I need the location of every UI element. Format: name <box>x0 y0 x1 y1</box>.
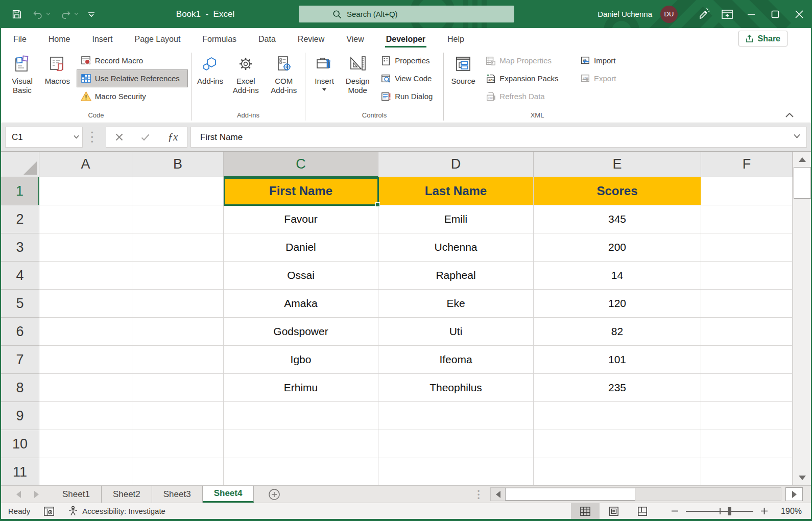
cell-b1[interactable] <box>132 177 224 205</box>
column-header-b[interactable]: B <box>132 152 224 177</box>
column-header-c[interactable]: C <box>224 152 378 177</box>
row-header-11[interactable]: 11 <box>1 458 39 485</box>
cell-c10[interactable] <box>224 430 378 458</box>
formula-input[interactable]: First Name <box>190 127 807 148</box>
redo-button[interactable] <box>60 9 79 20</box>
cell-d6[interactable]: Uti <box>378 318 534 346</box>
column-header-d[interactable]: D <box>378 152 534 177</box>
row-header-8[interactable]: 8 <box>1 374 39 402</box>
cell-f7[interactable] <box>701 346 793 374</box>
page-layout-view-button[interactable] <box>600 503 628 519</box>
cell-d5[interactable]: Eke <box>378 290 534 318</box>
customize-quick-access-toolbar-button[interactable] <box>88 11 95 17</box>
macro-recording-button[interactable] <box>43 506 55 516</box>
zoom-slider[interactable] <box>686 511 753 512</box>
cell-a9[interactable] <box>39 402 132 430</box>
column-header-a[interactable]: A <box>39 152 132 177</box>
cell-b11[interactable] <box>132 458 224 485</box>
cell-c11[interactable] <box>224 458 378 485</box>
enter-entry-icon[interactable] <box>141 134 150 141</box>
sheet-tab-sheet4[interactable]: Sheet4 <box>203 486 254 503</box>
addins-button[interactable]: Add-ins <box>195 52 225 87</box>
cell-f3[interactable] <box>701 233 793 262</box>
horizontal-scrollbar[interactable] <box>490 487 781 501</box>
inking-pen-icon[interactable] <box>692 0 715 28</box>
normal-view-button[interactable] <box>571 503 600 519</box>
scroll-right-arrow[interactable] <box>785 487 803 501</box>
cell-d2[interactable]: Emili <box>378 205 534 233</box>
cell-f4[interactable] <box>701 262 793 290</box>
cell-b8[interactable] <box>132 374 224 402</box>
tab-formulas[interactable]: Formulas <box>201 30 237 48</box>
user-avatar[interactable]: DU <box>660 6 678 23</box>
page-break-preview-button[interactable] <box>628 503 657 519</box>
cell-d8[interactable]: Theophilus <box>378 374 534 402</box>
cell-a4[interactable] <box>39 262 132 290</box>
next-sheet-arrow[interactable] <box>34 491 39 498</box>
cell-c3[interactable]: Daniel <box>224 233 378 262</box>
properties-button[interactable]: Properties <box>377 52 440 69</box>
row-header-4[interactable]: 4 <box>1 262 39 290</box>
user-name[interactable]: Daniel Uchenna <box>598 10 652 18</box>
cell-f11[interactable] <box>701 458 793 485</box>
run-dialog-button[interactable]: Run Dialog <box>377 87 440 105</box>
vertical-scrollbar[interactable] <box>793 152 811 485</box>
name-box-dropdown-arrow[interactable] <box>74 135 79 139</box>
map-properties-button[interactable]: Map Properties <box>482 52 574 69</box>
cell-b9[interactable] <box>132 402 224 430</box>
cell-a1[interactable] <box>39 177 132 205</box>
scroll-down-arrow[interactable] <box>793 470 811 485</box>
source-button[interactable]: Source <box>447 52 479 87</box>
cell-d7[interactable]: Ifeoma <box>378 346 534 374</box>
cell-d3[interactable]: Uchenna <box>378 233 534 262</box>
cell-c2[interactable]: Favour <box>224 205 378 233</box>
sheet-tab-sheet3[interactable]: Sheet3 <box>152 486 203 503</box>
undo-button[interactable] <box>32 9 51 20</box>
cell-e7[interactable]: 101 <box>534 346 701 374</box>
cell-a3[interactable] <box>39 233 132 262</box>
cell-e4[interactable]: 14 <box>534 262 701 290</box>
cell-e6[interactable]: 82 <box>534 318 701 346</box>
expansion-packs-button[interactable]: <o> Expansion Packs <box>482 69 574 87</box>
cell-e2[interactable]: 345 <box>534 205 701 233</box>
cell-a11[interactable] <box>39 458 132 485</box>
tab-view[interactable]: View <box>345 30 365 48</box>
cell-f2[interactable] <box>701 205 793 233</box>
formula-bar-resize-handle[interactable]: ••• <box>91 130 93 144</box>
horizontal-scrollbar-thumb[interactable] <box>505 488 635 501</box>
cell-e9[interactable] <box>534 402 701 430</box>
previous-sheet-arrow[interactable] <box>16 491 21 498</box>
row-header-3[interactable]: 3 <box>1 233 39 262</box>
row-header-6[interactable]: 6 <box>1 318 39 346</box>
cell-c8[interactable]: Erhimu <box>224 374 378 402</box>
cell-c1-active[interactable]: First Name <box>224 177 378 205</box>
cell-c9[interactable] <box>224 402 378 430</box>
insert-function-icon[interactable]: ƒx <box>168 131 178 144</box>
tab-review[interactable]: Review <box>297 30 325 48</box>
zoom-level[interactable]: 190% <box>775 507 802 516</box>
use-relative-references-button[interactable]: Use Relative References <box>77 69 188 87</box>
cell-f1[interactable] <box>701 177 793 205</box>
scroll-up-arrow[interactable] <box>793 152 811 167</box>
cell-d1[interactable]: Last Name <box>378 177 534 205</box>
tab-data[interactable]: Data <box>257 30 277 48</box>
cell-c7[interactable]: Igbo <box>224 346 378 374</box>
vertical-scrollbar-thumb[interactable] <box>794 167 811 199</box>
tab-home[interactable]: Home <box>47 30 71 48</box>
row-header-9[interactable]: 9 <box>1 402 39 430</box>
zoom-out-button[interactable] <box>671 507 679 515</box>
maximize-button[interactable] <box>763 0 787 28</box>
expand-formula-bar-arrow[interactable] <box>794 134 800 138</box>
collapse-ribbon-button[interactable] <box>785 112 794 117</box>
cell-a7[interactable] <box>39 346 132 374</box>
cell-b6[interactable] <box>132 318 224 346</box>
column-header-e[interactable]: E <box>534 152 701 177</box>
cell-b5[interactable] <box>132 290 224 318</box>
macros-button[interactable]: Macros <box>41 52 74 87</box>
save-button[interactable] <box>11 9 22 20</box>
zoom-in-button[interactable] <box>760 507 768 515</box>
cell-b7[interactable] <box>132 346 224 374</box>
cell-a10[interactable] <box>39 430 132 458</box>
cell-a5[interactable] <box>39 290 132 318</box>
new-sheet-button[interactable] <box>268 486 280 503</box>
